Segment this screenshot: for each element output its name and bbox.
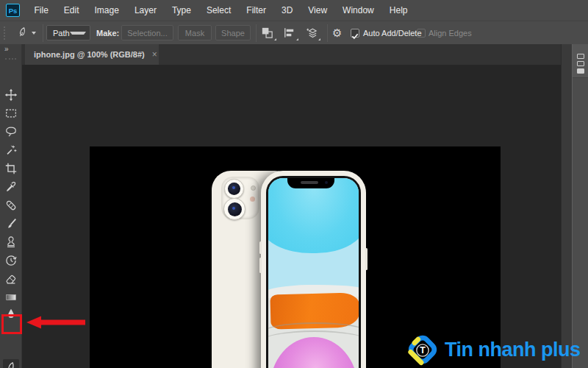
iphone-front-image (261, 171, 366, 368)
menu-image[interactable]: Image (87, 0, 126, 21)
menu-filter[interactable]: Filter (239, 0, 274, 21)
path-operations-icon (260, 26, 274, 40)
bandage-icon (4, 199, 18, 212)
pen-tool[interactable] (3, 359, 19, 368)
auto-add-delete-checkbox[interactable] (351, 29, 359, 38)
magic-wand-icon (4, 144, 18, 157)
lasso-icon (4, 125, 18, 138)
gear-icon: ⚙ (332, 26, 342, 39)
checkmark-icon (351, 32, 359, 40)
menu-layer[interactable]: Layer (126, 0, 164, 21)
history-brush-icon (4, 254, 18, 267)
tool-options-bar: Path Make: Selection... Mask Shape ⚙ Aut… (0, 21, 588, 44)
tool-mode-value: Path (47, 29, 70, 38)
eyedropper-tool[interactable] (3, 179, 19, 194)
options-bar-grip (4, 26, 7, 40)
red-highlight-box (1, 314, 22, 334)
path-arrangement-icon (304, 26, 318, 40)
menu-edit[interactable]: Edit (56, 0, 87, 21)
chevron-down-icon (32, 32, 36, 35)
scrollbar-strip (561, 44, 572, 368)
separator (256, 24, 257, 42)
menu-file[interactable]: File (26, 0, 56, 21)
collapsed-panel-header (573, 44, 588, 78)
brush-tool[interactable] (3, 216, 19, 231)
watermark-text: Tin nhanh plus (445, 339, 581, 361)
magic-wand-tool[interactable] (3, 142, 19, 158)
menu-view[interactable]: View (301, 0, 335, 21)
svg-text:T: T (420, 345, 426, 355)
auto-add-delete-label: Auto Add/Delete (363, 21, 422, 45)
make-selection-button[interactable]: Selection... (121, 25, 173, 40)
camera-lens-bottom (223, 198, 245, 220)
make-label: Make: (96, 21, 119, 45)
red-arrow-icon (25, 315, 87, 330)
power-button (365, 248, 368, 270)
pen-tool-icon (16, 26, 29, 41)
watermark: T Tin nhanh plus (406, 332, 581, 367)
photoshop-window: Ps File Edit Image Layer Type Select Fil… (0, 0, 588, 368)
menu-bar: Ps File Edit Image Layer Type Select Fil… (0, 0, 588, 21)
crop-tool[interactable] (3, 160, 19, 176)
brush-icon (4, 217, 18, 230)
move-icon (4, 88, 18, 102)
history-brush-tool[interactable] (3, 252, 19, 268)
separator (43, 24, 43, 42)
align-edges-label: Align Edges (429, 21, 472, 45)
camera-flash (251, 185, 256, 191)
healing-brush-tool[interactable] (3, 197, 19, 213)
gear-button[interactable]: ⚙ (332, 21, 342, 45)
align-edges-checkbox[interactable] (417, 29, 426, 38)
iphone-screen (266, 176, 361, 368)
document-tab-title: iphone.jpg @ 100% (RGB/8#) (25, 50, 145, 59)
gradient-icon (4, 291, 18, 304)
tool-mode-dropdown[interactable]: Path (46, 25, 90, 40)
panel-dock (572, 44, 588, 368)
lasso-tool[interactable] (3, 124, 19, 139)
tool-preset-picker[interactable] (12, 24, 46, 43)
menu-window[interactable]: Window (335, 0, 382, 21)
volume-button (259, 241, 262, 254)
menu-select[interactable]: Select (198, 0, 238, 21)
eraser-tool[interactable] (3, 271, 19, 286)
menu-help[interactable]: Help (381, 0, 415, 21)
marquee-icon (4, 107, 18, 120)
make-mask-button[interactable]: Mask (178, 25, 212, 40)
camera-lens-top (224, 179, 244, 199)
panel-icon[interactable] (577, 68, 584, 74)
flyout-triangle-icon (274, 36, 276, 40)
eraser-icon (4, 272, 18, 286)
path-alignment-icon (282, 26, 296, 40)
make-shape-button[interactable]: Shape (215, 25, 251, 40)
eyedropper-icon (4, 180, 18, 194)
document-tab[interactable]: iphone.jpg @ 100% (RGB/8#) × (25, 44, 159, 65)
rectangular-marquee-tool[interactable] (3, 105, 19, 121)
pen-icon (4, 361, 18, 368)
iphone-notch (287, 177, 334, 188)
flyout-triangle-icon (318, 36, 320, 40)
speaker-slot (301, 181, 318, 184)
flyout-triangle-icon (296, 36, 298, 40)
path-arrangement-button[interactable] (304, 26, 320, 40)
crop-icon (4, 162, 18, 175)
stamp-icon (4, 236, 18, 249)
photoshop-logo: Ps (6, 4, 20, 17)
menu-type[interactable]: Type (164, 0, 198, 21)
front-camera-dot (325, 181, 328, 184)
document-tab-bar: iphone.jpg @ 100% (RGB/8#) × (22, 44, 561, 65)
gradient-tool[interactable] (3, 289, 19, 305)
expand-toolbar-button[interactable]: » (4, 45, 8, 53)
volume-button (259, 258, 262, 273)
move-tool[interactable] (3, 87, 19, 102)
panel-icon[interactable] (577, 54, 584, 59)
menu-3d[interactable]: 3D (273, 0, 300, 21)
camera-module (221, 177, 259, 219)
clone-stamp-tool[interactable] (3, 234, 19, 250)
camera-mic (250, 197, 255, 202)
close-tab-button[interactable]: × (152, 50, 157, 59)
toolbar-grip (5, 58, 16, 60)
chevron-down-icon (70, 32, 86, 35)
path-alignment-button[interactable] (282, 26, 298, 40)
panel-icon[interactable] (577, 61, 584, 66)
path-operations-button[interactable] (260, 26, 276, 40)
